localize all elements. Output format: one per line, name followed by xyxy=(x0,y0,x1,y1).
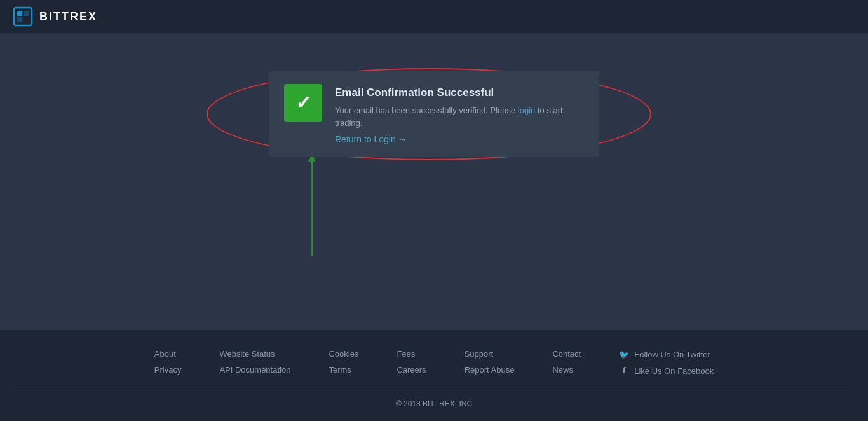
check-icon-box: ✓ xyxy=(284,84,322,122)
footer-link-0-1[interactable]: Privacy xyxy=(154,365,182,375)
footer-link-5-0[interactable]: Contact xyxy=(552,349,581,359)
footer-link-3-0[interactable]: Fees xyxy=(397,349,426,359)
main-content: ✓ Email Confirmation Successful Your ema… xyxy=(0,33,868,330)
social-label-facebook: Like Us On Facebook xyxy=(634,366,714,376)
footer-link-5-1[interactable]: News xyxy=(552,365,581,375)
header: BITTREX xyxy=(0,0,868,33)
twitter-icon: 🐦 xyxy=(619,349,629,359)
bittrex-logo-icon xyxy=(13,6,33,27)
notification-body: Your email has been successfully verifie… xyxy=(335,104,584,129)
footer-link-2-1[interactable]: Terms xyxy=(329,365,358,375)
footer-columns-container: AboutPrivacyWebsite StatusAPI Documentat… xyxy=(154,349,581,376)
footer-link-0-0[interactable]: About xyxy=(154,349,182,359)
notification-card: ✓ Email Confirmation Successful Your ema… xyxy=(269,71,599,157)
footer-social: 🐦Follow Us On TwitterfLike Us On Faceboo… xyxy=(619,349,714,376)
arrow-annotation xyxy=(311,154,313,256)
footer-links: AboutPrivacyWebsite StatusAPI Documentat… xyxy=(13,349,855,376)
facebook-icon: f xyxy=(619,366,629,376)
footer-column-5: ContactNews xyxy=(552,349,581,376)
footer-column-0: AboutPrivacy xyxy=(154,349,182,376)
svg-rect-0 xyxy=(14,8,32,25)
social-label-twitter: Follow Us On Twitter xyxy=(634,350,710,359)
svg-rect-2 xyxy=(17,17,22,22)
footer-column-1: Website StatusAPI Documentation xyxy=(219,349,290,376)
return-to-login-link[interactable]: Return to Login → xyxy=(335,134,584,144)
footer-copyright: © 2018 BITTREX, INC xyxy=(13,389,855,408)
footer-link-4-0[interactable]: Support xyxy=(465,349,515,359)
logo-text: BITTREX xyxy=(39,10,97,24)
login-link[interactable]: login xyxy=(518,106,535,115)
logo-container: BITTREX xyxy=(13,6,97,27)
notification-text: Email Confirmation Successful Your email… xyxy=(335,84,584,144)
footer-link-4-1[interactable]: Report Abuse xyxy=(465,365,515,375)
footer-link-1-1[interactable]: API Documentation xyxy=(219,365,290,375)
footer-column-2: CookiesTerms xyxy=(329,349,358,376)
svg-rect-3 xyxy=(24,11,29,16)
footer-column-4: SupportReport Abuse xyxy=(465,349,515,376)
social-link-facebook[interactable]: fLike Us On Facebook xyxy=(619,366,714,376)
footer-link-3-1[interactable]: Careers xyxy=(397,365,426,375)
footer-link-2-0[interactable]: Cookies xyxy=(329,349,358,359)
social-link-twitter[interactable]: 🐦Follow Us On Twitter xyxy=(619,349,714,359)
footer-link-1-0[interactable]: Website Status xyxy=(219,349,290,359)
footer: AboutPrivacyWebsite StatusAPI Documentat… xyxy=(0,330,868,421)
check-icon: ✓ xyxy=(295,93,311,113)
notification-title: Email Confirmation Successful xyxy=(335,86,584,99)
svg-rect-1 xyxy=(17,11,22,16)
footer-column-3: FeesCareers xyxy=(397,349,426,376)
